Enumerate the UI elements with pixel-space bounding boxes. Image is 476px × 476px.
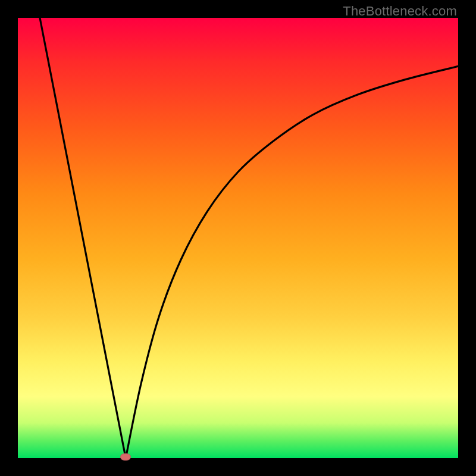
watermark-text: TheBottleneck.com [343, 4, 457, 19]
bottleneck-curve [18, 18, 458, 458]
min-point-marker [120, 453, 131, 461]
chart-frame: TheBottleneck.com [0, 0, 476, 476]
